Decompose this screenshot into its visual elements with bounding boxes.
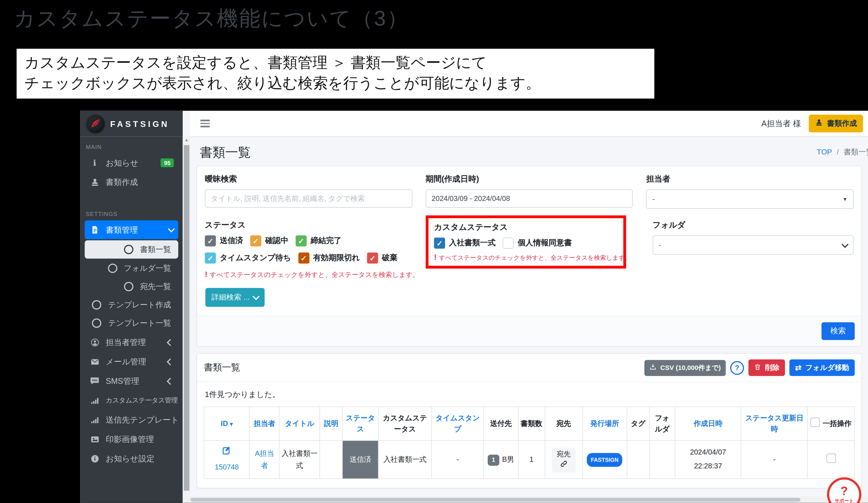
sidebar-item-label: メール管理 — [106, 356, 162, 367]
column-doc-count: 書類数 — [518, 407, 545, 440]
checkbox-checked-icon: ✓ — [298, 253, 309, 264]
column-status[interactable]: ステータス — [342, 407, 378, 440]
sidebar-item-label: 印影画像管理 — [106, 434, 174, 444]
document-id-link[interactable]: 150748 — [215, 461, 239, 474]
custom-status-filter: カスタムステータス ✓ 入社書類一式 個人情報同意書 — [432, 220, 639, 269]
column-created-at[interactable]: 作成日時 — [675, 407, 741, 440]
breadcrumb-top-link[interactable]: TOP — [817, 148, 832, 156]
edit-icon[interactable] — [222, 446, 231, 459]
sidebar-item-label: SMS管理 — [106, 376, 162, 386]
column-id[interactable]: ID ▾ — [204, 407, 249, 440]
advanced-search-button[interactable]: 詳細検索 ... — [205, 288, 265, 307]
status-checkbox-concluded[interactable]: ✓ 締結完了 — [296, 235, 342, 246]
section-label-main: MAIN — [85, 139, 178, 153]
create-document-button[interactable]: 書類作成 — [809, 115, 863, 132]
sidebar-item-doc-list[interactable]: 書類一覧 — [85, 240, 178, 259]
sidebar-item-seal-image-mgmt[interactable]: 印影画像管理 — [85, 430, 178, 448]
status-checkbox-expired[interactable]: ✓ 有効期限切れ — [298, 253, 360, 264]
delete-button[interactable]: 削除 — [748, 359, 785, 376]
period-input[interactable] — [425, 189, 633, 208]
trash-icon — [754, 363, 761, 372]
chevron-down-icon — [252, 293, 259, 300]
circle-icon — [92, 318, 102, 328]
column-description[interactable]: 説明 — [320, 407, 342, 440]
sidebar: FASTSIGN MAIN i お知らせ 95 書類作成 SETTINGS — [80, 111, 183, 503]
page-title: 書類一覧 — [200, 144, 251, 161]
sidebar-item-dest-template[interactable]: 送信先テンプレート — [85, 410, 178, 429]
sidebar-item-label: 書類一覧 — [140, 245, 171, 255]
folder-select-value: - — [659, 241, 661, 249]
app-screenshot: FASTSIGN MAIN i お知らせ 95 書類作成 SETTINGS — [80, 111, 868, 503]
sort-caret-icon: ▾ — [230, 421, 233, 427]
row-checkbox[interactable] — [826, 453, 836, 463]
csv-download-button[interactable]: CSV (10,000件まで) — [644, 360, 726, 376]
column-issue-place[interactable]: 発行場所 — [582, 407, 627, 440]
description-box: カスタムステータスを設定すると、書類管理 ＞ 書類一覧ページにて チェックボック… — [17, 49, 654, 99]
sidebar-scrollbar[interactable]: ▲ — [183, 136, 190, 503]
search-filter-card: 曖昧検索 期間(作成日時) 担当者 - ▼ — [197, 166, 861, 346]
status-warning: ! すべてステータスのチェックを外すと、全ステータスを検索します。 — [205, 270, 419, 280]
custom-status-checkbox-onboarding[interactable]: ✓ 入社書類一式 — [434, 237, 496, 248]
folder-select[interactable]: - — [653, 235, 854, 255]
sidebar-item-sms-mgmt[interactable]: SMS SMS管理 — [85, 371, 178, 390]
support-label: サポート — [835, 497, 854, 503]
sidebar-item-template-create[interactable]: テンプレート作成 — [85, 296, 178, 314]
sidebar-item-label: カスタムステータス管理 — [106, 396, 177, 405]
filter-card-footer: 検索 — [197, 316, 861, 346]
staff-select[interactable]: - ▼ — [646, 189, 854, 209]
cell-folder — [650, 440, 675, 479]
sidebar-item-mail-mgmt[interactable]: メール管理 — [85, 352, 178, 371]
documents-table: ID ▾ 担当者 タイトル 説明 ステータス カスタムステータス タイムスタンプ — [204, 407, 855, 479]
sidebar-item-notice[interactable]: i お知らせ 95 — [85, 153, 178, 172]
exchange-icon: ⇄ — [795, 364, 801, 371]
chevron-down-icon — [168, 225, 175, 233]
staff-link[interactable]: A担当者 — [255, 449, 274, 470]
chevron-down-icon — [841, 240, 849, 248]
sidebar-item-doc-mgmt[interactable]: 書類管理 — [85, 220, 178, 239]
link-icon — [560, 460, 567, 469]
sms-icon: SMS — [89, 376, 100, 386]
sidebar-item-folder-list[interactable]: フォルダ一覧 — [85, 260, 178, 277]
help-icon[interactable]: ? — [730, 361, 744, 374]
cell-tag — [627, 440, 650, 479]
scroll-up-icon[interactable]: ▲ — [183, 137, 190, 142]
sidebar-item-staff-mgmt[interactable]: 担当者管理 — [85, 333, 178, 352]
breadcrumb-separator: / — [837, 148, 839, 156]
column-status-updated[interactable]: ステータス更新日時 — [741, 407, 807, 440]
app-logo[interactable]: FASTSIGN — [80, 111, 183, 137]
status-checkbox-discarded[interactable]: ✓ 破棄 — [367, 253, 397, 264]
sidebar-item-template-list[interactable]: テンプレート一覧 — [85, 315, 178, 332]
document-icon — [89, 225, 100, 234]
column-title[interactable]: タイトル — [279, 407, 320, 440]
sidebar-item-label: お知らせ設定 — [106, 453, 174, 464]
breadcrumb-current: 書類一覧 — [844, 148, 868, 156]
hamburger-icon[interactable] — [200, 120, 210, 127]
cell-status-updated: - — [741, 440, 807, 479]
status-checkbox-sent[interactable]: ✓ 送信済 — [205, 235, 243, 246]
folder-move-button[interactable]: ⇄ フォルダ移動 — [789, 359, 855, 376]
cell-address: 宛先 — [545, 440, 582, 479]
scrollbar-thumb[interactable] — [184, 145, 189, 491]
status-filter: ステータス ✓ 送信済 ✓ 確認中 — [205, 220, 419, 280]
column-timestamp[interactable]: タイムスタンプ — [432, 407, 484, 440]
horizontal-scrollbar-thumb[interactable] — [190, 498, 800, 502]
sidebar-item-notice-settings[interactable]: お知らせ設定 — [85, 449, 178, 468]
checkbox-checked-icon: ✓ — [367, 253, 378, 264]
sidebar-item-label: 書類作成 — [106, 177, 174, 187]
user-icon — [89, 338, 100, 347]
status-checkbox-timestamp-wait[interactable]: ✓ タイムスタンプ待ち — [205, 253, 291, 264]
column-staff[interactable]: 担当者 — [249, 407, 279, 440]
stamp-icon — [815, 119, 823, 129]
select-all-checkbox[interactable] — [810, 418, 820, 427]
info-icon: i — [89, 158, 100, 167]
search-button[interactable]: 検索 — [822, 322, 855, 340]
fuzzy-search-input[interactable] — [205, 189, 412, 208]
address-button[interactable]: 宛先 — [552, 447, 576, 472]
custom-status-checkbox-privacy[interactable]: 個人情報同意書 — [503, 237, 572, 248]
horizontal-scrollbar[interactable] — [190, 497, 868, 503]
sidebar-item-recipient-list[interactable]: 宛先一覧 — [85, 278, 178, 295]
sidebar-item-custom-status-mgmt[interactable]: カスタムステータス管理 — [85, 391, 178, 410]
column-destination: 送付先 — [484, 407, 518, 440]
sidebar-item-doc-create[interactable]: 書類作成 — [85, 173, 178, 192]
status-checkbox-confirming[interactable]: ✓ 確認中 — [250, 235, 288, 246]
